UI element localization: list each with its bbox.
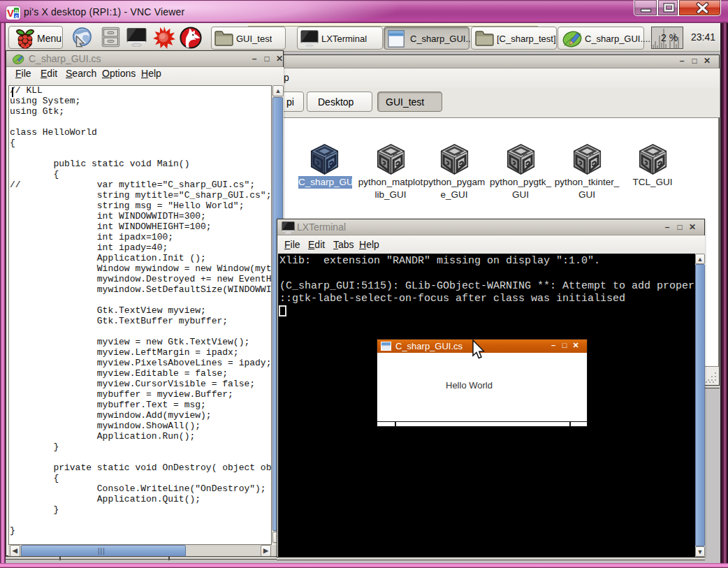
svg-text:c: c	[15, 13, 19, 20]
svg-text:V: V	[7, 7, 14, 19]
